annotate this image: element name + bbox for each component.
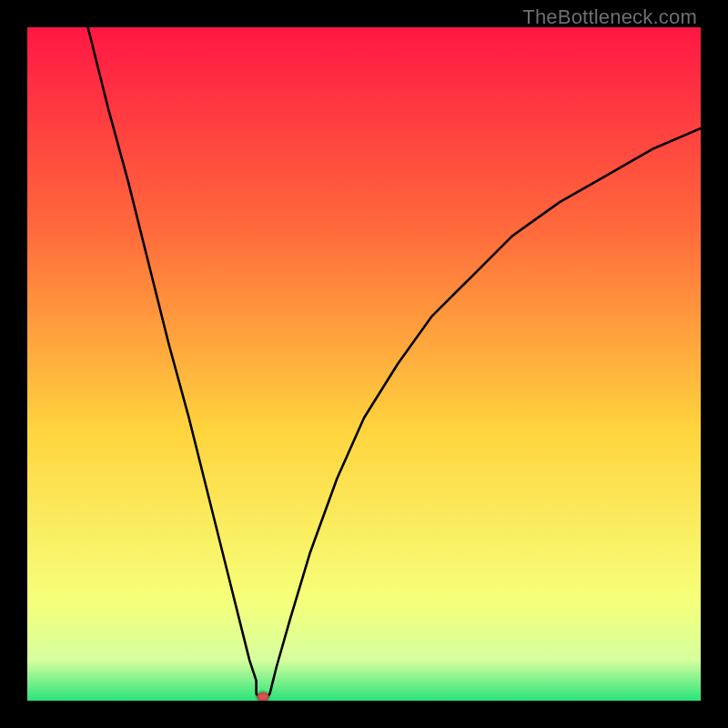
plot-area	[27, 27, 701, 701]
curve-left-branch	[88, 27, 263, 701]
bottleneck-curve-svg	[27, 27, 701, 701]
bottleneck-marker	[257, 692, 268, 701]
watermark-text: TheBottleneck.com	[522, 5, 697, 29]
curve-right-branch	[263, 128, 701, 701]
chart-frame: TheBottleneck.com	[0, 0, 728, 728]
